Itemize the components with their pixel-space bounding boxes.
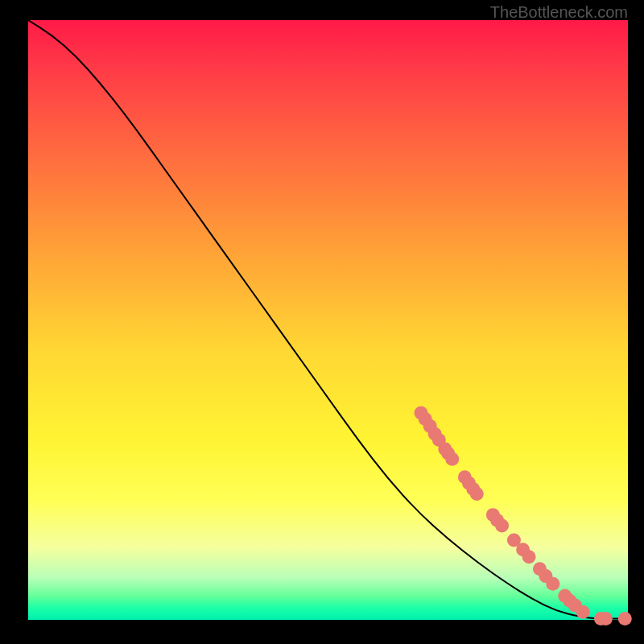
data-point [618,612,632,625]
data-point [546,577,559,591]
plot-area [28,20,628,620]
chart-frame: TheBottleneck.com [0,0,644,644]
data-point [576,605,590,619]
data-point [599,612,613,625]
curve-line [28,20,628,619]
data-point [445,452,459,466]
data-point [470,487,484,501]
attribution-text: TheBottleneck.com [490,3,628,22]
data-point [522,550,536,564]
data-point [495,519,509,533]
chart-svg [28,20,628,620]
